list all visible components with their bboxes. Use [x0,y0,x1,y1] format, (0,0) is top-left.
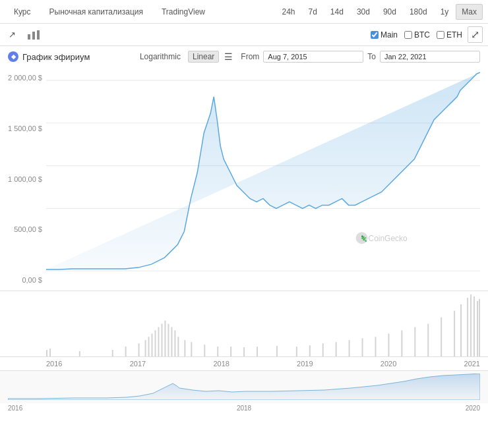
svg-rect-33 [243,347,245,356]
eth-icon: ◆ [8,51,18,62]
time-tab-7d[interactable]: 7d [302,4,322,20]
svg-text:CoinGecko: CoinGecko [369,234,408,243]
svg-text:🦎: 🦎 [360,235,368,242]
svg-rect-32 [230,347,231,356]
svg-rect-24 [168,324,169,357]
y-label-1500: 1 500,00 $ [3,125,42,132]
svg-rect-34 [257,347,258,356]
svg-rect-46 [427,324,429,357]
time-tab-180d[interactable]: 180d [404,4,433,20]
y-label-0: 0,00 $ [3,276,42,284]
svg-rect-53 [477,301,478,356]
mini-x-label-2016: 2016 [8,405,22,412]
x-label-2021: 2021 [464,360,480,368]
svg-rect-11 [46,350,47,356]
y-label-2000: 2 000,00 $ [3,74,42,82]
svg-rect-16 [138,343,140,356]
svg-rect-36 [296,347,297,356]
logarithmic-button[interactable]: Logarithmic [135,51,185,63]
line-chart-button[interactable]: ↗ [5,28,19,42]
svg-rect-22 [161,324,162,357]
x-axis-labels: 2016 2017 2018 2019 2020 2021 [0,357,488,370]
svg-rect-35 [276,346,278,356]
x-label-2019: 2019 [297,360,313,368]
main-chart-area: 2 000,00 $ 1 500,00 $ 1 000,00 $ 500,00 … [0,67,488,291]
mini-chart-area [0,370,488,403]
legend-main-checkbox[interactable] [371,31,379,39]
svg-rect-52 [473,296,475,356]
svg-rect-54 [479,299,480,356]
chart-title-group: ◆ График эфириум [8,51,90,62]
y-axis: 2 000,00 $ 1 500,00 $ 1 000,00 $ 500,00 … [0,67,45,291]
scale-options: Logarithmic Linear ☰ [135,51,233,63]
mini-x-label-2018: 2018 [237,405,251,412]
svg-rect-17 [145,340,146,356]
linear-button[interactable]: Linear [188,51,219,63]
svg-rect-39 [336,342,337,356]
tab-kurs[interactable]: Курс [5,3,40,21]
svg-rect-30 [204,345,205,356]
svg-rect-13 [79,351,80,356]
legend-btc-checkbox[interactable] [404,31,412,39]
legend-group: Main BTC ETH [371,30,462,40]
svg-rect-31 [217,347,218,356]
time-tab-90d[interactable]: 90d [377,4,402,20]
svg-rect-48 [454,311,455,356]
time-tab-max[interactable]: Max [456,4,483,20]
svg-rect-26 [174,330,175,356]
svg-rect-40 [349,340,350,356]
svg-rect-20 [155,330,156,356]
date-range-group: From To [241,51,480,63]
chart-toolbar: ↗ Main BTC ETH ⤢ [0,24,488,46]
svg-rect-27 [177,337,179,356]
svg-rect-37 [309,345,311,356]
tab-market-cap[interactable]: Рыночная капитализация [41,3,152,21]
svg-rect-21 [158,327,159,356]
legend-eth-checkbox[interactable] [437,31,444,39]
chart-title: График эфириум [22,52,90,62]
price-chart-svg: CoinGecko 🦎 [46,67,480,291]
legend-eth-label: ETH [446,30,462,40]
price-chart-canvas: CoinGecko 🦎 [46,67,480,291]
svg-rect-0 [28,34,30,40]
svg-rect-50 [467,298,468,356]
legend-main: Main [371,30,398,40]
svg-rect-23 [164,321,166,356]
expand-button[interactable]: ⤢ [468,26,483,43]
chart-type-buttons: ↗ [5,28,43,42]
to-date-input[interactable] [380,51,480,63]
chart-menu-icon[interactable]: ☰ [224,51,233,62]
time-tab-group: 24h 7d 14d 30d 90d 180d 1y Max [276,4,483,20]
y-label-1000: 1 000,00 $ [3,175,42,183]
time-tab-30d[interactable]: 30d [351,4,376,20]
svg-rect-15 [125,347,127,356]
svg-rect-28 [184,340,185,356]
mini-x-label-2020: 2020 [466,405,480,412]
top-navigation: Курс Рыночная капитализация TradingView … [0,0,488,24]
legend-btc: BTC [404,30,430,40]
from-label: From [241,52,259,61]
legend-btc-label: BTC [414,30,430,40]
svg-rect-49 [460,304,462,356]
time-tab-1y[interactable]: 1y [435,4,455,20]
svg-rect-43 [388,333,389,356]
mini-x-labels: 2016 2018 2020 [0,403,488,413]
svg-rect-44 [401,330,402,356]
from-date-input[interactable] [263,51,363,63]
svg-rect-42 [375,337,376,356]
volume-chart-area [0,291,488,357]
legend-eth: ETH [437,30,462,40]
svg-rect-51 [470,294,472,356]
time-tab-14d[interactable]: 14d [324,4,350,20]
bar-chart-button[interactable] [24,28,43,42]
svg-rect-19 [152,333,153,356]
svg-rect-41 [362,338,363,356]
svg-rect-12 [49,349,51,356]
to-label: To [367,52,376,61]
svg-rect-18 [148,337,150,356]
x-label-2016: 2016 [46,360,62,368]
nav-tab-group: Курс Рыночная капитализация TradingView [5,3,214,21]
svg-rect-38 [322,343,324,356]
tab-tradingview[interactable]: TradingView [153,3,214,21]
time-tab-24h[interactable]: 24h [276,4,301,20]
